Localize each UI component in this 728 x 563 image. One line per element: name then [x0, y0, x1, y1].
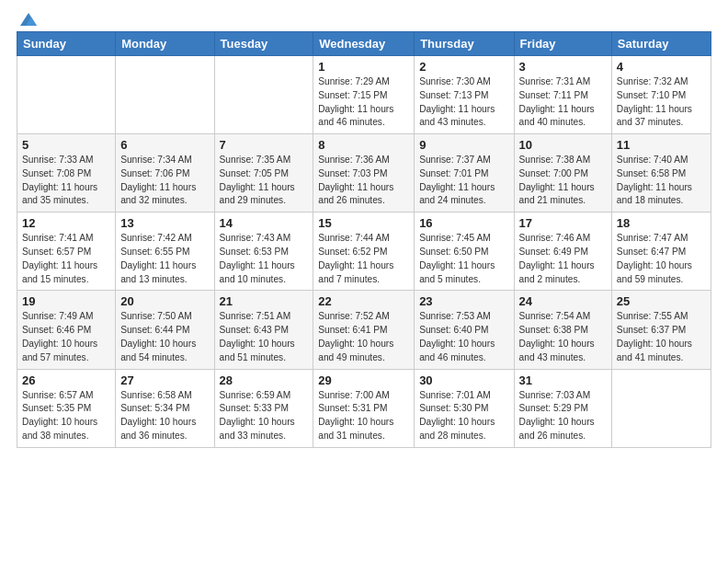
calendar-cell: 14Sunrise: 7:43 AM Sunset: 6:53 PM Dayli…: [214, 213, 313, 291]
calendar-cell: [17, 56, 116, 134]
day-number: 5: [22, 138, 110, 152]
day-number: 15: [318, 216, 409, 230]
day-info: Sunrise: 7:44 AM Sunset: 6:52 PM Dayligh…: [318, 232, 409, 286]
day-info: Sunrise: 7:45 AM Sunset: 6:50 PM Dayligh…: [419, 232, 508, 286]
day-number: 22: [318, 294, 409, 308]
logo-icon: [18, 9, 39, 29]
header-sunday: Sunday: [17, 32, 116, 56]
day-number: 18: [617, 216, 706, 230]
calendar-cell: 2Sunrise: 7:30 AM Sunset: 7:13 PM Daylig…: [415, 56, 514, 134]
header-friday: Friday: [514, 32, 611, 56]
day-number: 31: [519, 373, 607, 387]
calendar-cell: 28Sunrise: 6:59 AM Sunset: 5:33 PM Dayli…: [214, 369, 313, 447]
day-info: Sunrise: 7:35 AM Sunset: 7:05 PM Dayligh…: [220, 154, 309, 208]
day-number: 29: [318, 373, 409, 387]
calendar-cell: 6Sunrise: 7:34 AM Sunset: 7:06 PM Daylig…: [116, 134, 214, 213]
calendar-cell: 17Sunrise: 7:46 AM Sunset: 6:49 PM Dayli…: [514, 213, 611, 291]
day-info: Sunrise: 7:43 AM Sunset: 6:53 PM Dayligh…: [220, 232, 309, 286]
calendar-cell: 29Sunrise: 7:00 AM Sunset: 5:31 PM Dayli…: [313, 369, 415, 447]
day-number: 1: [318, 60, 409, 74]
day-info: Sunrise: 7:50 AM Sunset: 6:44 PM Dayligh…: [120, 310, 209, 364]
calendar-cell: 31Sunrise: 7:03 AM Sunset: 5:29 PM Dayli…: [514, 369, 611, 447]
day-info: Sunrise: 6:58 AM Sunset: 5:34 PM Dayligh…: [120, 389, 209, 443]
calendar-cell: 4Sunrise: 7:32 AM Sunset: 7:10 PM Daylig…: [611, 56, 711, 134]
day-number: 28: [220, 373, 309, 387]
header-thursday: Thursday: [415, 32, 514, 56]
calendar-cell: 8Sunrise: 7:36 AM Sunset: 7:03 PM Daylig…: [313, 134, 415, 213]
day-number: 11: [617, 138, 706, 152]
day-info: Sunrise: 7:51 AM Sunset: 6:43 PM Dayligh…: [220, 310, 309, 364]
day-info: Sunrise: 7:49 AM Sunset: 6:46 PM Dayligh…: [22, 310, 110, 364]
calendar-cell: 21Sunrise: 7:51 AM Sunset: 6:43 PM Dayli…: [214, 291, 313, 369]
calendar-cell: 19Sunrise: 7:49 AM Sunset: 6:46 PM Dayli…: [17, 291, 116, 369]
header: [17, 9, 711, 26]
logo: [17, 9, 39, 26]
day-number: 12: [22, 216, 110, 230]
day-number: 26: [22, 373, 110, 387]
day-number: 24: [519, 294, 607, 308]
day-info: Sunrise: 7:32 AM Sunset: 7:10 PM Dayligh…: [617, 75, 706, 130]
header-saturday: Saturday: [611, 32, 711, 56]
calendar-cell: 30Sunrise: 7:01 AM Sunset: 5:30 PM Dayli…: [415, 369, 514, 447]
week-row-1: 5Sunrise: 7:33 AM Sunset: 7:08 PM Daylig…: [17, 134, 711, 213]
day-info: Sunrise: 7:41 AM Sunset: 6:57 PM Dayligh…: [22, 232, 110, 286]
calendar-cell: 26Sunrise: 6:57 AM Sunset: 5:35 PM Dayli…: [17, 369, 116, 447]
day-info: Sunrise: 7:40 AM Sunset: 6:58 PM Dayligh…: [617, 154, 706, 208]
calendar-cell: 9Sunrise: 7:37 AM Sunset: 7:01 PM Daylig…: [415, 134, 514, 213]
day-info: Sunrise: 7:55 AM Sunset: 6:37 PM Dayligh…: [617, 310, 706, 364]
day-info: Sunrise: 7:53 AM Sunset: 6:40 PM Dayligh…: [419, 310, 508, 364]
day-info: Sunrise: 7:30 AM Sunset: 7:13 PM Dayligh…: [419, 75, 508, 130]
calendar-cell: 27Sunrise: 6:58 AM Sunset: 5:34 PM Dayli…: [116, 369, 214, 447]
day-number: 6: [120, 138, 209, 152]
day-number: 21: [220, 294, 309, 308]
day-number: 7: [220, 138, 309, 152]
day-info: Sunrise: 7:31 AM Sunset: 7:11 PM Dayligh…: [519, 75, 607, 130]
calendar-cell: 1Sunrise: 7:29 AM Sunset: 7:15 PM Daylig…: [313, 56, 415, 134]
calendar-cell: [116, 56, 214, 134]
calendar-cell: 3Sunrise: 7:31 AM Sunset: 7:11 PM Daylig…: [514, 56, 611, 134]
day-info: Sunrise: 7:46 AM Sunset: 6:49 PM Dayligh…: [519, 232, 607, 286]
page: SundayMondayTuesdayWednesdayThursdayFrid…: [0, 0, 728, 563]
day-number: 25: [617, 294, 706, 308]
calendar-cell: 23Sunrise: 7:53 AM Sunset: 6:40 PM Dayli…: [415, 291, 514, 369]
header-wednesday: Wednesday: [313, 32, 415, 56]
day-info: Sunrise: 7:38 AM Sunset: 7:00 PM Dayligh…: [519, 154, 607, 208]
day-number: 10: [519, 138, 607, 152]
day-info: Sunrise: 7:52 AM Sunset: 6:41 PM Dayligh…: [318, 310, 409, 364]
day-info: Sunrise: 7:36 AM Sunset: 7:03 PM Dayligh…: [318, 154, 409, 208]
day-number: 14: [220, 216, 309, 230]
day-number: 4: [617, 60, 706, 74]
week-row-2: 12Sunrise: 7:41 AM Sunset: 6:57 PM Dayli…: [17, 213, 711, 291]
calendar-cell: 25Sunrise: 7:55 AM Sunset: 6:37 PM Dayli…: [611, 291, 711, 369]
calendar: SundayMondayTuesdayWednesdayThursdayFrid…: [17, 31, 711, 448]
day-number: 13: [120, 216, 209, 230]
calendar-cell: [214, 56, 313, 134]
day-info: Sunrise: 7:00 AM Sunset: 5:31 PM Dayligh…: [318, 389, 409, 443]
day-number: 17: [519, 216, 607, 230]
day-info: Sunrise: 7:34 AM Sunset: 7:06 PM Dayligh…: [120, 154, 209, 208]
day-number: 19: [22, 294, 110, 308]
day-info: Sunrise: 7:03 AM Sunset: 5:29 PM Dayligh…: [519, 389, 607, 443]
day-number: 3: [519, 60, 607, 74]
week-row-0: 1Sunrise: 7:29 AM Sunset: 7:15 PM Daylig…: [17, 56, 711, 134]
week-row-3: 19Sunrise: 7:49 AM Sunset: 6:46 PM Dayli…: [17, 291, 711, 369]
day-number: 27: [120, 373, 209, 387]
calendar-header-row: SundayMondayTuesdayWednesdayThursdayFrid…: [17, 32, 711, 56]
header-tuesday: Tuesday: [214, 32, 313, 56]
day-info: Sunrise: 7:47 AM Sunset: 6:47 PM Dayligh…: [617, 232, 706, 286]
calendar-cell: 11Sunrise: 7:40 AM Sunset: 6:58 PM Dayli…: [611, 134, 711, 213]
calendar-cell: 7Sunrise: 7:35 AM Sunset: 7:05 PM Daylig…: [214, 134, 313, 213]
calendar-cell: 20Sunrise: 7:50 AM Sunset: 6:44 PM Dayli…: [116, 291, 214, 369]
day-info: Sunrise: 7:33 AM Sunset: 7:08 PM Dayligh…: [22, 154, 110, 208]
day-info: Sunrise: 7:37 AM Sunset: 7:01 PM Dayligh…: [419, 154, 508, 208]
calendar-cell: 16Sunrise: 7:45 AM Sunset: 6:50 PM Dayli…: [415, 213, 514, 291]
day-info: Sunrise: 7:29 AM Sunset: 7:15 PM Dayligh…: [318, 75, 409, 130]
day-info: Sunrise: 7:54 AM Sunset: 6:38 PM Dayligh…: [519, 310, 607, 364]
calendar-cell: 10Sunrise: 7:38 AM Sunset: 7:00 PM Dayli…: [514, 134, 611, 213]
day-number: 23: [419, 294, 508, 308]
day-number: 9: [419, 138, 508, 152]
calendar-cell: 18Sunrise: 7:47 AM Sunset: 6:47 PM Dayli…: [611, 213, 711, 291]
day-number: 8: [318, 138, 409, 152]
day-info: Sunrise: 7:42 AM Sunset: 6:55 PM Dayligh…: [120, 232, 209, 286]
header-monday: Monday: [116, 32, 214, 56]
